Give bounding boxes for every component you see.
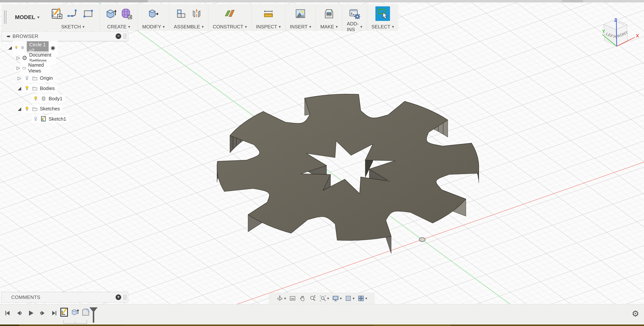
tree-row-content[interactable]: Named Views [20, 61, 51, 74]
new-component-icon [175, 8, 187, 19]
timeline-extrude-feature[interactable] [70, 308, 80, 318]
nav-pan-button[interactable] [298, 295, 307, 302]
tree-row-content[interactable]: Sketch1 [32, 115, 69, 123]
playback-go-to-start-button[interactable] [3, 309, 12, 318]
toolbar-group-label[interactable]: MAKE▾ [320, 23, 338, 30]
toolbar-group-label[interactable]: INSERT▾ [290, 23, 311, 30]
browser-title: BROWSER [12, 33, 38, 39]
tool-press-pull-button[interactable] [147, 7, 160, 20]
tool-measure-button[interactable] [262, 7, 275, 20]
remove-display-icon[interactable]: − [116, 33, 121, 39]
playback-play-button[interactable] [26, 309, 35, 318]
expander-expanded-icon[interactable]: ◢ [16, 86, 23, 91]
toolbar-group-label[interactable]: MODIFY▾ [142, 23, 164, 30]
playback-go-to-end-button[interactable] [50, 309, 58, 318]
toolbar-group-inspect: INSPECT▾ [252, 4, 285, 30]
tree-row-circle-1-v2[interactable]: ◢Circle 1 v2◉ [8, 43, 58, 52]
toolbar-group-label[interactable]: SKETCH▾ [61, 23, 84, 30]
toolbar-group-label[interactable]: ASSEMBLE▾ [174, 23, 204, 30]
panel-grip-icon[interactable] [124, 33, 126, 39]
visibility-bulb-icon[interactable] [14, 45, 18, 50]
nav-zoom-button[interactable] [308, 295, 317, 302]
expander-expanded-icon[interactable]: ◢ [8, 45, 13, 50]
tool-construction-plane-button[interactable] [223, 7, 236, 20]
collapse-panel-icon[interactable]: ◀◀ [6, 34, 9, 38]
folder-icon [32, 106, 38, 112]
tree-row-sketch1[interactable]: Sketch1 [25, 114, 69, 124]
visibility-bulb-icon[interactable] [24, 106, 30, 112]
tool-three-d-print-button[interactable] [322, 7, 336, 20]
nav-look-at-button[interactable] [288, 295, 297, 302]
tree-row-body1[interactable]: Body1 [25, 94, 65, 103]
tool-create-form-button[interactable] [120, 7, 133, 20]
expander-collapsed-icon[interactable]: ▷ [16, 65, 20, 71]
tree-row-label: Bodies [40, 86, 55, 91]
timeline-playhead[interactable] [89, 307, 98, 323]
chevron-down-icon: ▾ [284, 297, 286, 300]
playback-step-back-button[interactable] [15, 309, 24, 318]
toolbar-group-items [322, 4, 336, 23]
body-icon [40, 95, 47, 102]
tool-spline-button[interactable] [66, 7, 79, 20]
timeline-extrude-icon [70, 308, 80, 317]
expander-expanded-icon[interactable]: ◢ [16, 106, 23, 112]
tool-new-component-button[interactable] [174, 7, 188, 20]
tool-joint-button[interactable] [190, 7, 203, 20]
y-axis-label: Y [602, 29, 605, 34]
nav-display-settings-button[interactable]: ▾ [331, 295, 343, 302]
tool-create-sketch-button[interactable] [50, 7, 64, 20]
tool-extrude-button[interactable] [104, 7, 117, 20]
nav-fit-button[interactable]: ▾ [318, 295, 330, 302]
tool-select-button[interactable] [376, 6, 390, 21]
browser-panel-header[interactable]: ◀◀ BROWSER − [1, 31, 128, 41]
toolbar-group-label[interactable]: INSPECT▾ [256, 23, 281, 30]
toolbar-group-label[interactable]: CREATE▾ [107, 23, 130, 30]
playback-step-forward-button[interactable] [38, 309, 47, 318]
look-at-icon [289, 295, 296, 302]
tree-row-content[interactable]: Origin [23, 74, 55, 82]
toolbar-grip[interactable] [4, 10, 6, 24]
toolbar-group-make: MAKE▾ [316, 4, 342, 30]
tree-row-bodies[interactable]: ◢Bodies [16, 84, 58, 93]
nav-layout-grid-button[interactable]: ▾ [344, 295, 356, 302]
expander-collapsed-icon[interactable]: ▷ [16, 76, 23, 81]
tree-row-content[interactable]: Bodies [23, 84, 58, 92]
view-cube[interactable]: TOP LEFT FRONT Y X Z [598, 16, 642, 51]
toolbar-group-label[interactable]: CONSTRUCT▾ [213, 23, 247, 30]
tree-row-document-settings[interactable]: ▷⚙Document Settings [16, 53, 56, 63]
visibility-bulb-icon[interactable] [33, 96, 38, 101]
visibility-bulb-icon[interactable] [33, 116, 38, 122]
viewports-icon [358, 295, 364, 302]
chevron-down-icon: ▾ [340, 297, 342, 300]
timeline-sketch-feature[interactable] [60, 308, 69, 318]
viewport-3d[interactable] [0, 0, 644, 326]
toolbar-group-label[interactable]: ADD-INS▾ [347, 23, 362, 30]
tree-row-named-views[interactable]: ▷Named Views [16, 63, 51, 73]
z-axis-label: Z [614, 17, 617, 23]
visibility-bulb-icon[interactable] [24, 86, 30, 91]
tree-row-content[interactable]: Sketches [23, 105, 62, 113]
panel-grip-icon[interactable] [124, 295, 126, 300]
activate-component-radio-icon[interactable]: ◉ [50, 45, 55, 51]
expander-collapsed-icon[interactable]: ▷ [16, 55, 20, 60]
tree-row-content[interactable]: Body1 [32, 95, 65, 103]
tool-two-point-rectangle-button[interactable] [82, 7, 95, 20]
folder-icon [32, 75, 38, 81]
timeline-settings-gear-icon[interactable]: ⚙ [632, 310, 639, 318]
add-comment-icon[interactable]: + [116, 295, 121, 300]
nav-orbit-button[interactable]: ▾ [275, 295, 287, 302]
step-back-icon [16, 309, 23, 317]
tool-insert-image-button[interactable] [294, 7, 307, 20]
select-icon [377, 8, 388, 19]
tree-row-origin[interactable]: ▷Origin [16, 74, 55, 83]
toolbar-group-label[interactable]: SELECT▾ [372, 23, 394, 30]
workspace-switcher[interactable]: MODEL ▾ [8, 4, 46, 30]
visibility-bulb-icon[interactable] [24, 75, 30, 81]
press-pull-icon [148, 8, 159, 19]
tree-row-sketches[interactable]: ◢Sketches [16, 104, 62, 114]
scripts-add-ins-icon [349, 8, 360, 19]
tool-scripts-add-ins-button[interactable] [348, 7, 361, 20]
nav-viewports-button[interactable]: ▾ [356, 295, 368, 302]
timeline-playback-controls [3, 309, 58, 318]
comments-panel-header[interactable]: COMMENTS + [1, 292, 128, 303]
